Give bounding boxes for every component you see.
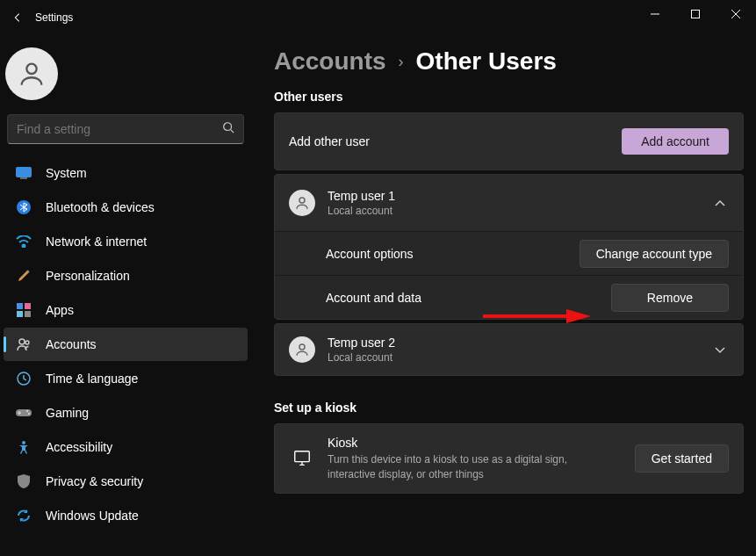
- search-icon: [222, 121, 234, 137]
- sidebar-item-label: Bluetooth & devices: [46, 200, 155, 214]
- search-box[interactable]: [7, 114, 244, 144]
- accounts-icon: [16, 336, 32, 352]
- get-started-button[interactable]: Get started: [635, 444, 729, 473]
- account-data-label: Account and data: [326, 291, 611, 305]
- person-icon: [294, 342, 310, 357]
- sidebar-item-accessibility[interactable]: Accessibility: [4, 430, 248, 464]
- sidebar-item-bluetooth[interactable]: Bluetooth & devices: [4, 191, 248, 224]
- sidebar-item-label: Accounts: [46, 337, 97, 351]
- nav-list: System Bluetooth & devices Network & int…: [4, 156, 248, 532]
- close-icon: [731, 10, 740, 18]
- titlebar: Settings: [0, 0, 756, 35]
- user-type: Local account: [328, 351, 711, 364]
- add-other-user-label: Add other user: [289, 134, 622, 148]
- sidebar-item-gaming[interactable]: Gaming: [4, 396, 248, 430]
- sidebar-item-label: Privacy & security: [46, 474, 143, 488]
- maximize-icon: [691, 10, 700, 18]
- arrow-left-icon: [11, 11, 24, 24]
- svg-rect-1: [692, 11, 700, 18]
- breadcrumb-current: Other Users: [416, 47, 557, 76]
- user-avatar-icon: [289, 190, 315, 216]
- account-options-label: Account options: [326, 247, 580, 261]
- svg-line-6: [231, 130, 234, 134]
- sidebar-item-label: Network & internet: [46, 235, 147, 249]
- svg-point-22: [299, 198, 305, 203]
- account-data-row: Account and data Remove: [275, 275, 743, 319]
- account-options-row: Account options Change account type: [275, 231, 743, 275]
- user-name: Temp user 1: [328, 189, 711, 203]
- change-account-type-button[interactable]: Change account type: [580, 240, 729, 268]
- display-icon: [16, 165, 32, 181]
- svg-rect-14: [25, 311, 31, 317]
- svg-rect-24: [295, 451, 310, 462]
- chevron-right-icon: ›: [399, 53, 404, 71]
- chevron-up-icon: [711, 196, 729, 210]
- sidebar-item-label: Windows Update: [46, 509, 139, 523]
- section-kiosk-label: Set up a kiosk: [274, 401, 744, 415]
- add-user-card: Add other user Add account: [274, 112, 744, 170]
- person-icon: [17, 59, 47, 89]
- sidebar-item-label: Apps: [46, 303, 74, 317]
- svg-point-15: [19, 339, 25, 344]
- sidebar-item-time[interactable]: Time & language: [4, 362, 248, 395]
- user-avatar-icon: [289, 336, 315, 363]
- svg-point-23: [299, 344, 305, 350]
- user-type: Local account: [328, 205, 711, 217]
- breadcrumb-parent[interactable]: Accounts: [274, 47, 386, 76]
- sidebar-item-label: Gaming: [46, 406, 89, 420]
- sidebar-item-label: System: [46, 166, 87, 180]
- user-row-2[interactable]: Temp user 2 Local account: [275, 324, 743, 375]
- paintbrush-icon: [16, 268, 32, 284]
- remove-button[interactable]: Remove: [611, 284, 729, 312]
- svg-rect-12: [25, 303, 31, 309]
- chevron-down-icon: [711, 343, 729, 357]
- window-controls: [635, 0, 756, 28]
- svg-point-21: [22, 441, 25, 444]
- sidebar-item-label: Personalization: [46, 269, 130, 283]
- svg-rect-7: [17, 168, 32, 177]
- wifi-icon: [16, 234, 32, 249]
- sidebar-item-apps[interactable]: Apps: [4, 293, 248, 327]
- user-profile-block[interactable]: [4, 39, 248, 114]
- minimize-button[interactable]: [635, 0, 675, 28]
- maximize-button[interactable]: [675, 0, 716, 28]
- user-card-1: Temp user 1 Local account Account option…: [274, 174, 744, 320]
- clock-icon: [16, 371, 32, 386]
- sidebar: System Bluetooth & devices Network & int…: [0, 35, 255, 556]
- user-name: Temp user 2: [328, 336, 711, 350]
- sidebar-item-privacy[interactable]: Privacy & security: [4, 465, 248, 498]
- search-input[interactable]: [17, 122, 222, 136]
- sidebar-item-update[interactable]: Windows Update: [4, 499, 248, 532]
- back-button[interactable]: [7, 7, 28, 28]
- gamepad-icon: [16, 405, 32, 421]
- window-title: Settings: [35, 11, 73, 24]
- sidebar-item-label: Time & language: [46, 372, 138, 386]
- breadcrumb: Accounts › Other Users: [274, 47, 744, 76]
- kiosk-description: Turn this device into a kiosk to use as …: [328, 452, 608, 480]
- minimize-icon: [651, 10, 659, 18]
- svg-point-5: [224, 123, 232, 131]
- person-icon: [294, 195, 310, 211]
- svg-point-4: [26, 64, 36, 74]
- kiosk-icon: [289, 445, 315, 472]
- sidebar-item-system[interactable]: System: [4, 156, 248, 190]
- avatar: [5, 47, 58, 100]
- svg-rect-13: [17, 311, 23, 317]
- section-other-users-label: Other users: [274, 90, 744, 104]
- svg-rect-8: [20, 177, 27, 179]
- sidebar-item-personalization[interactable]: Personalization: [4, 259, 248, 292]
- svg-point-10: [23, 245, 25, 248]
- kiosk-title: Kiosk: [328, 436, 635, 450]
- svg-rect-11: [17, 303, 23, 309]
- main-content: Accounts › Other Users Other users Add o…: [255, 35, 756, 556]
- user-row-1[interactable]: Temp user 1 Local account: [275, 175, 743, 231]
- accessibility-icon: [16, 439, 32, 455]
- sidebar-item-accounts[interactable]: Accounts: [4, 328, 248, 361]
- bluetooth-icon: [16, 199, 32, 215]
- close-button[interactable]: [716, 0, 756, 28]
- sidebar-item-label: Accessibility: [46, 440, 112, 454]
- add-account-button[interactable]: Add account: [622, 128, 729, 155]
- kiosk-card: Kiosk Turn this device into a kiosk to u…: [274, 423, 744, 494]
- sidebar-item-network[interactable]: Network & internet: [4, 225, 248, 258]
- svg-point-16: [25, 341, 29, 344]
